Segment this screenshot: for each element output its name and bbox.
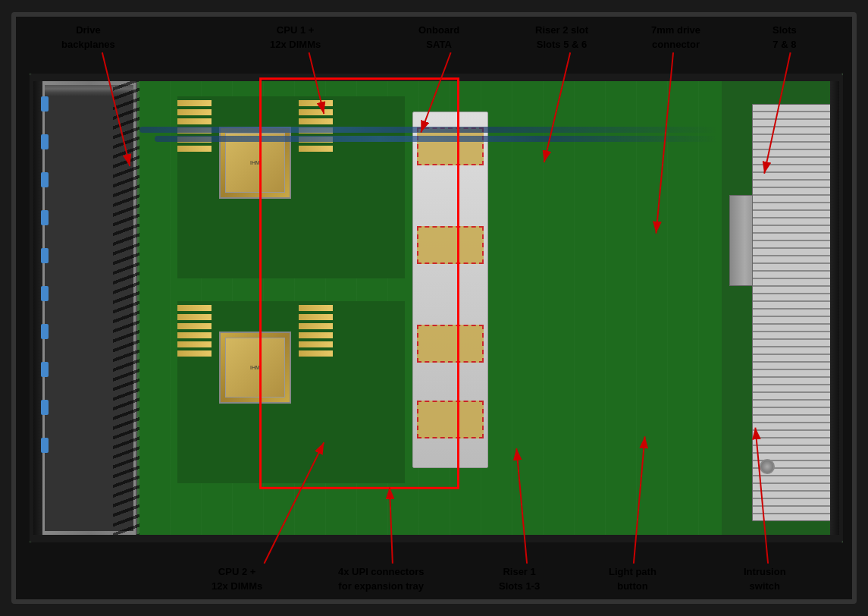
label-light-path: Light pathbutton (609, 564, 656, 593)
label-onboard-sata: OnboardSATA (418, 23, 459, 52)
label-cpu2-dimms: CPU 2 +12x DIMMs (212, 564, 262, 593)
label-upi-connectors: 4x UPI connectorsfor expansion tray (338, 564, 424, 593)
label-cpu1-dimms: CPU 1 +12x DIMMs (270, 23, 321, 52)
label-7mm-drive: 7mm driveconnector (651, 23, 700, 52)
label-drive-backplanes: Drivebackplanes (61, 23, 115, 52)
main-container: IHM (11, 12, 857, 604)
label-slots78: Slots7 & 8 (772, 23, 797, 52)
label-riser2-slots56: Riser 2 slotSlots 5 & 6 (535, 23, 588, 52)
label-intrusion-switch: Intrusionswitch (744, 564, 786, 593)
server-photo: IHM (30, 74, 843, 542)
label-riser1-slots13: Riser 1Slots 1-3 (499, 564, 540, 593)
